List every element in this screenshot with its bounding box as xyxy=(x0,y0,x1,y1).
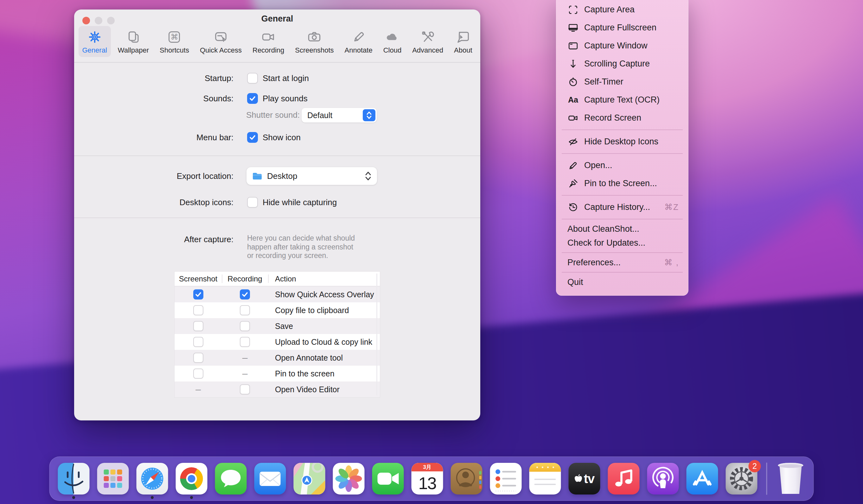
reminders-icon[interactable] xyxy=(490,463,522,494)
after-capture-table: Screenshot Recording Action Show Quick A… xyxy=(175,272,380,397)
trash-icon[interactable] xyxy=(776,463,805,494)
folder-icon xyxy=(252,171,263,181)
app-store-icon[interactable] xyxy=(687,463,718,494)
recording-dash: – xyxy=(240,353,250,363)
music-icon[interactable] xyxy=(608,463,640,494)
menu-item-capture-window[interactable]: Capture Window xyxy=(556,37,688,55)
action-label: Show Quick Access Overlay xyxy=(268,290,374,299)
finder-icon[interactable] xyxy=(58,463,90,494)
menu-item-preferences[interactable]: Preferences... ⌘ , xyxy=(556,256,688,269)
maps-icon[interactable] xyxy=(294,463,325,494)
calendar-icon[interactable]: 3月 13 xyxy=(412,463,443,494)
tab-cloud[interactable]: Cloud xyxy=(379,26,405,57)
column-header-screenshot: Screenshot xyxy=(175,274,222,283)
minimize-button[interactable] xyxy=(95,17,102,24)
hide-while-capturing-checkbox[interactable] xyxy=(247,197,258,208)
table-row[interactable]: – Open Annotate tool xyxy=(175,350,380,366)
menu-item-label: Preferences... xyxy=(567,258,621,268)
recording-checkbox[interactable] xyxy=(240,337,250,347)
export-location-select[interactable]: Desktop xyxy=(247,167,377,185)
recording-checkbox[interactable] xyxy=(240,384,250,395)
menu-item-capture-area[interactable]: Capture Area xyxy=(556,1,688,19)
selected-value: Default xyxy=(307,111,332,120)
menu-item-label: Capture Text (OCR) xyxy=(584,95,660,105)
close-button[interactable] xyxy=(83,17,90,24)
screenshot-checkbox[interactable] xyxy=(193,353,203,363)
menu-item-record-screen[interactable]: Record Screen xyxy=(556,109,688,127)
tab-about[interactable]: About xyxy=(450,26,476,57)
tab-recording[interactable]: Recording xyxy=(249,26,288,57)
tab-shortcuts[interactable]: ⌘ Shortcuts xyxy=(156,26,193,57)
start-at-login-checkbox[interactable] xyxy=(247,73,258,83)
menu-item-capture-history[interactable]: Capture History... ⌘Z xyxy=(556,198,688,216)
screenshot-checkbox[interactable] xyxy=(193,369,203,379)
facetime-icon[interactable] xyxy=(372,463,404,494)
menu-item-label: Quit xyxy=(567,277,583,287)
menu-item-check-for-updates[interactable]: Check for Updates... xyxy=(556,236,688,250)
messages-icon[interactable] xyxy=(215,463,247,494)
podcasts-icon[interactable] xyxy=(647,463,679,494)
stepper-icon xyxy=(363,109,375,121)
menu-item-capture-fullscreen[interactable]: Capture Fullscreen xyxy=(556,19,688,37)
column-header-action: Action xyxy=(268,274,296,283)
screenshot-checkbox[interactable] xyxy=(193,289,203,299)
notes-icon[interactable] xyxy=(529,463,561,494)
tab-wallpaper[interactable]: Wallpaper xyxy=(114,26,153,57)
menu-item-label: Capture Window xyxy=(584,41,648,51)
menu-item-label: Capture Fullscreen xyxy=(584,23,656,33)
divider xyxy=(74,155,480,156)
menu-item-label: Pin to the Screen... xyxy=(584,179,657,189)
recording-checkbox[interactable] xyxy=(240,321,250,331)
divider xyxy=(268,274,268,283)
menu-item-open[interactable]: Open... xyxy=(556,156,688,175)
table-body: Show Quick Access Overlay Copy file to c… xyxy=(175,286,380,397)
shutter-sound-select[interactable]: Default xyxy=(302,108,377,122)
tab-screenshots[interactable]: Screenshots xyxy=(291,26,337,57)
recording-checkbox[interactable] xyxy=(240,289,250,299)
launchpad-icon[interactable] xyxy=(97,463,129,494)
menu-item-self-timer[interactable]: Self-Timer xyxy=(556,73,688,91)
screenshot-checkbox[interactable] xyxy=(193,305,203,315)
show-icon-checkbox[interactable] xyxy=(247,132,258,143)
chrome-hub xyxy=(186,473,197,484)
calendar-month: 3月 xyxy=(412,463,443,471)
tab-quick-access[interactable]: Quick Access xyxy=(196,26,246,57)
tv-label: tv xyxy=(584,472,595,486)
system-preferences-icon[interactable]: 2 xyxy=(726,463,758,494)
zoom-button[interactable] xyxy=(107,17,115,24)
menu-separator xyxy=(562,153,683,154)
menu-item-pin-to-screen[interactable]: Pin to the Screen... xyxy=(556,175,688,193)
menu-separator xyxy=(562,129,683,130)
tab-annotate[interactable]: Annotate xyxy=(341,26,376,57)
play-sounds-checkbox[interactable] xyxy=(247,93,258,104)
table-row[interactable]: Copy file to clipboard xyxy=(175,302,380,318)
menu-item-quit[interactable]: Quit xyxy=(556,275,688,289)
screenshot-checkbox[interactable] xyxy=(193,337,203,347)
photos-icon[interactable] xyxy=(333,463,365,494)
table-row[interactable]: – Pin to the screen xyxy=(175,366,380,382)
table-row[interactable]: Show Quick Access Overlay xyxy=(175,286,380,302)
menu-item-about-cleanshot[interactable]: About CleanShot... xyxy=(556,222,688,236)
menu-item-scrolling-capture[interactable]: Scrolling Capture xyxy=(556,55,688,73)
menu-item-capture-text-ocr[interactable]: Aa Capture Text (OCR) xyxy=(556,91,688,109)
table-row[interactable]: Upload to Cloud & copy link xyxy=(175,334,380,350)
screenshot-checkbox[interactable] xyxy=(193,321,203,331)
table-row[interactable]: – Open Video Editor xyxy=(175,382,380,397)
titlebar[interactable]: General xyxy=(74,10,480,28)
desktop-icons-row: Desktop icons: Hide while capturing xyxy=(74,195,480,210)
startup-row: Startup: Start at login xyxy=(74,71,480,86)
recording-dash: – xyxy=(240,369,250,379)
menu-item-hide-desktop-icons[interactable]: Hide Desktop Icons xyxy=(556,133,688,151)
export-location-label: Export location: xyxy=(74,167,234,185)
apple-tv-icon[interactable]: tv xyxy=(569,463,600,494)
mail-icon[interactable] xyxy=(254,463,286,494)
safari-icon[interactable] xyxy=(137,463,168,494)
table-row[interactable]: Save xyxy=(175,318,380,334)
tab-general[interactable]: General xyxy=(78,26,111,57)
tab-advanced[interactable]: Advanced xyxy=(408,26,447,57)
contacts-icon[interactable] xyxy=(451,463,483,494)
scrollbar-track[interactable] xyxy=(376,273,377,396)
recording-checkbox[interactable] xyxy=(240,305,250,315)
chrome-icon[interactable] xyxy=(176,463,208,494)
action-label: Pin to the screen xyxy=(268,369,335,378)
